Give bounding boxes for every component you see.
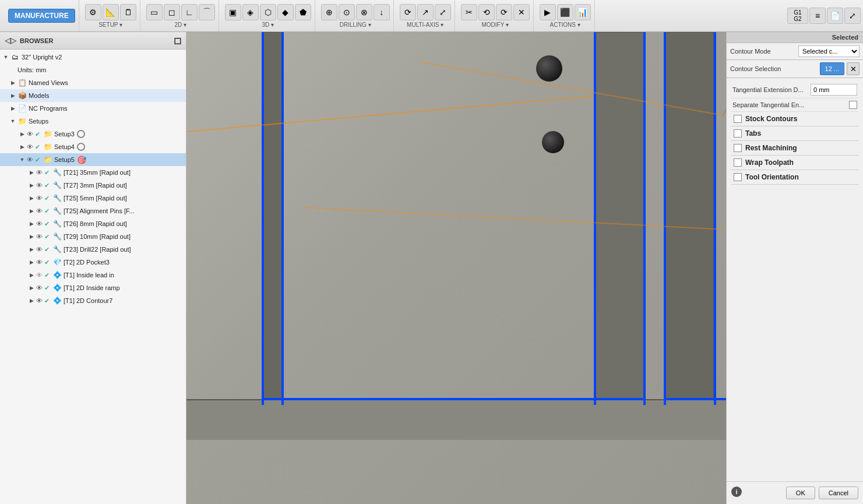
t25-5mm-check[interactable]: ✔ — [44, 195, 50, 202]
t1-lead-item[interactable]: ▶ 👁 ✔ 💠 [T1] Inside lead in — [0, 269, 186, 281]
setup-icon-2[interactable]: 📐 — [103, 4, 119, 20]
t26-item[interactable]: ▶ 👁 ✔ 🔧 [T26] 8mm [Rapid out] — [0, 217, 186, 230]
setup3-check[interactable]: ✔ — [35, 131, 40, 138]
t2-pocket-check[interactable]: ✔ — [44, 259, 50, 266]
t25-align-expand[interactable]: ▶ — [28, 207, 35, 214]
t21-item[interactable]: ▶ 👁 ✔ 🔧 [T21] 35mm [Rapid out] — [0, 166, 186, 179]
separate-tangential-checkbox[interactable] — [849, 101, 857, 109]
t25-align-item[interactable]: ▶ 👁 ✔ 🔧 [T25] Alignment Pins [F... — [0, 205, 186, 217]
drill-icon-2[interactable]: ⊙ — [339, 4, 355, 20]
t25-align-check[interactable]: ✔ — [44, 207, 50, 215]
t29-item[interactable]: ▶ 👁 ✔ 🔧 [T29] 10mm [Rapid out] — [0, 230, 186, 243]
manufacture-button[interactable]: MANUFACTURE — [8, 9, 75, 23]
named-views-item[interactable]: ▶ 📋 Named Views — [0, 76, 186, 89]
setup-icon-1[interactable]: ⚙ — [85, 4, 101, 20]
multi-icon-1[interactable]: ⟳ — [400, 4, 416, 20]
contour-mode-dropdown[interactable]: Selected c... — [798, 45, 860, 57]
2d-icon-1[interactable]: ▭ — [146, 4, 163, 20]
setup-icon-3[interactable]: 🗒 — [120, 4, 136, 20]
browser-pin[interactable]: ◻ — [174, 35, 181, 46]
rest-machining-section[interactable]: Rest Machining — [731, 141, 858, 156]
doc-icon[interactable]: 📄 — [827, 8, 843, 24]
viewport[interactable] — [186, 32, 726, 504]
rest-machining-checkbox[interactable] — [734, 144, 742, 152]
setup4-check[interactable]: ✔ — [35, 143, 40, 151]
setup5-eye[interactable]: 👁 — [27, 156, 33, 163]
t27-expand[interactable]: ▶ — [28, 182, 35, 189]
models-item[interactable]: ▶ 📦 Models — [0, 89, 186, 102]
2d-icon-4[interactable]: ⌒ — [199, 4, 215, 20]
3d-icon-1[interactable]: ▣ — [225, 4, 241, 20]
models-expand[interactable]: ▶ — [9, 92, 16, 99]
t1-lead-check[interactable]: ✔ — [44, 272, 50, 279]
t27-check[interactable]: ✔ — [44, 182, 50, 189]
ok-button[interactable]: OK — [786, 487, 815, 499]
t1-ramp-eye[interactable]: 👁 — [36, 284, 43, 291]
setups-expand[interactable]: ▼ — [9, 118, 16, 125]
t26-expand[interactable]: ▶ — [28, 220, 35, 227]
actions-icon-3[interactable]: 📊 — [575, 4, 591, 20]
t2-pocket-eye[interactable]: 👁 — [36, 259, 43, 266]
tabs-checkbox[interactable] — [734, 129, 742, 138]
wrap-toolpath-checkbox[interactable] — [734, 158, 742, 167]
modify-icon-2[interactable]: ⟲ — [478, 4, 495, 20]
modify-icon-1[interactable]: ✂ — [461, 4, 477, 20]
table-icon[interactable]: ≡ — [809, 8, 826, 24]
tool-orientation-section[interactable]: Tool Orientation — [731, 170, 858, 185]
t2-pocket-item[interactable]: ▶ 👁 ✔ 💎 [T2] 2D Pocket3 — [0, 256, 186, 269]
setup5-expand[interactable]: ▼ — [19, 156, 26, 163]
t27-item[interactable]: ▶ 👁 ✔ 🔧 [T27] 3mm [Rapid out] — [0, 179, 186, 192]
tangential-ext-d-input[interactable] — [811, 84, 857, 96]
root-expand[interactable]: ▼ — [2, 54, 9, 61]
setup4-item[interactable]: ▶ 👁 ✔ 📁 Setup4 — [0, 140, 186, 153]
setup5-item[interactable]: ▼ 👁 ✔ 📁 Setup5 🎯 — [0, 153, 186, 166]
t26-eye[interactable]: 👁 — [36, 220, 43, 227]
t2-pocket-expand[interactable]: ▶ — [28, 259, 35, 266]
actions-icon-2[interactable]: ⬛ — [557, 4, 573, 20]
t21-expand[interactable]: ▶ — [28, 169, 35, 176]
setup3-expand[interactable]: ▶ — [19, 131, 26, 138]
nc-programs-item[interactable]: ▶ 📄 NC Programs — [0, 102, 186, 115]
multi-icon-2[interactable]: ↗ — [417, 4, 434, 20]
t23-expand[interactable]: ▶ — [28, 246, 35, 253]
info-icon[interactable]: i — [731, 487, 742, 497]
t26-check[interactable]: ✔ — [44, 220, 50, 228]
t23-check[interactable]: ✔ — [44, 246, 50, 253]
t1-lead-expand[interactable]: ▶ — [28, 272, 35, 279]
3d-icon-5[interactable]: ⬟ — [295, 4, 311, 20]
t1-ramp-expand[interactable]: ▶ — [28, 284, 35, 291]
contour-selection-close[interactable]: ✕ — [847, 62, 860, 75]
tabs-section[interactable]: Tabs — [731, 126, 858, 141]
t29-eye[interactable]: 👁 — [36, 233, 43, 240]
t25-5mm-item[interactable]: ▶ 👁 ✔ 🔧 [T25] 5mm [Rapid out] — [0, 192, 186, 205]
3d-icon-2[interactable]: ◈ — [242, 4, 259, 20]
wrap-toolpath-section[interactable]: Wrap Toolpath — [731, 156, 858, 170]
t27-eye[interactable]: 👁 — [36, 182, 43, 189]
g1g2-icon[interactable]: G1G2 — [787, 8, 808, 24]
3d-icon-3[interactable]: ⬡ — [260, 4, 276, 20]
setup4-expand[interactable]: ▶ — [19, 143, 26, 150]
setup4-eye[interactable]: 👁 — [27, 143, 33, 150]
t1-ramp-item[interactable]: ▶ 👁 ✔ 💠 [T1] 2D Inside ramp — [0, 281, 186, 294]
t29-expand[interactable]: ▶ — [28, 233, 35, 240]
tree-root[interactable]: ▼ 🗂 32" Upright v2 — [0, 51, 186, 64]
t23-eye[interactable]: 👁 — [36, 246, 43, 253]
expand-icon[interactable]: ⤢ — [844, 8, 861, 24]
contour-selection-button[interactable]: 12 ... — [820, 62, 844, 75]
t25-5mm-expand[interactable]: ▶ — [28, 195, 35, 202]
t21-check[interactable]: ✔ — [44, 169, 50, 177]
stock-contours-checkbox[interactable] — [734, 115, 742, 123]
t1-lead-eye[interactable]: 👁 — [36, 272, 43, 279]
t1-contour-expand[interactable]: ▶ — [28, 297, 35, 304]
tool-orientation-checkbox[interactable] — [734, 173, 742, 181]
named-views-expand[interactable]: ▶ — [9, 79, 16, 86]
2d-icon-2[interactable]: ◻ — [164, 4, 180, 20]
setup3-item[interactable]: ▶ 👁 ✔ 📁 Setup3 — [0, 128, 186, 140]
t1-contour-eye[interactable]: 👁 — [36, 297, 43, 304]
nc-programs-expand[interactable]: ▶ — [9, 105, 16, 112]
setup5-check[interactable]: ✔ — [35, 156, 40, 164]
3d-icon-4[interactable]: ◆ — [277, 4, 294, 20]
t1-contour-item[interactable]: ▶ 👁 ✔ 💠 [T1] 2D Contour7 — [0, 294, 186, 307]
modify-icon-4[interactable]: ✕ — [513, 4, 530, 20]
actions-icon-1[interactable]: ▶ — [540, 4, 556, 20]
